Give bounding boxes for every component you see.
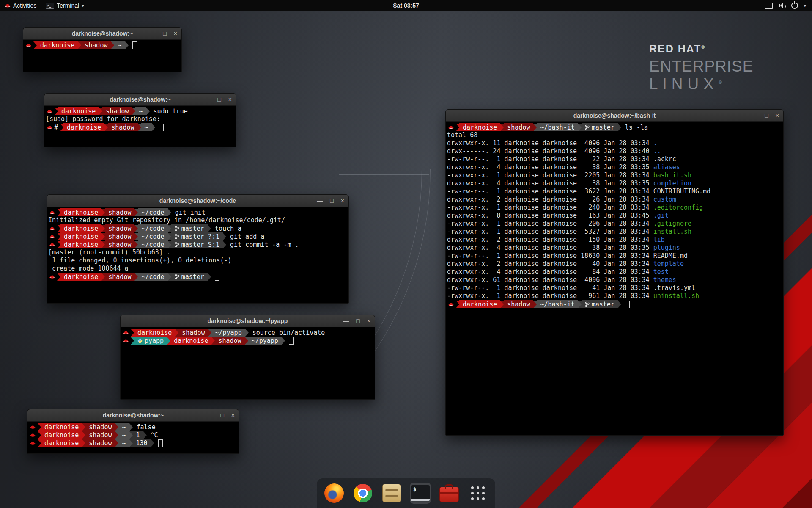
window-titlebar[interactable]: darknoise@shadow:~/bash-it — □ ×	[446, 110, 783, 122]
close-button[interactable]: ×	[228, 97, 232, 102]
output-text: drwxrwxr-x. 4 darknoise darknoise 84 Jan…	[447, 268, 653, 276]
terminal-content[interactable]: darknoiseshadow~ sudo true[sudo] passwor…	[44, 106, 236, 147]
powerline-separator	[102, 241, 105, 248]
maximize-button[interactable]: □	[217, 97, 221, 102]
maximize-button[interactable]: □	[765, 113, 768, 119]
terminal-window-6[interactable]: darknoise@shadow:~/bash-it — □ × darknoi…	[445, 109, 784, 436]
close-button[interactable]: ×	[341, 198, 344, 204]
window-titlebar[interactable]: darknoise@shadow:~/pyapp — □ ×	[121, 315, 375, 327]
prompt-segment: master S:1	[171, 240, 223, 248]
prompt-segment: darknoise	[60, 240, 102, 248]
prompt-icon-cell	[447, 300, 456, 308]
terminal-window-2[interactable]: darknoise@shadow:~ — □ × darknoiseshadow…	[44, 93, 236, 147]
prompt-line: darknoiseshadow~/codemaster	[48, 273, 348, 281]
prompt-segment: darknoise	[60, 232, 102, 240]
powerline-separator	[168, 233, 171, 240]
powerline-separator	[245, 337, 248, 345]
terminal-content[interactable]: darknoiseshadow~ falsedarknoiseshadow~1 …	[27, 422, 239, 453]
output-text: drwxrwxr-x. 11 darknoise darknoise 4096 …	[447, 139, 653, 147]
command-text: false	[133, 423, 156, 431]
terminal-window-4[interactable]: darknoise@shadow:~/pyapp — □ × darknoise…	[120, 315, 375, 400]
terminal-content[interactable]: darknoiseshadow~/code git initInitialize…	[47, 207, 348, 303]
terminal-content[interactable]: darknoiseshadow~/pyapp source bin/activa…	[121, 327, 375, 399]
rhel-logo: RED HAT® ENTERPRISE LINUX®	[649, 44, 753, 92]
output-text: -rw-rw-r--. 1 darknoise darknoise 22 Jan…	[447, 155, 653, 163]
minimize-button[interactable]: —	[204, 97, 210, 102]
dock-item-terminal[interactable]: $	[410, 483, 431, 504]
redhat-icon	[30, 441, 36, 445]
directory-name: .	[653, 139, 657, 147]
minimize-button[interactable]: —	[150, 30, 156, 36]
powerline-separator	[57, 225, 60, 232]
prompt-segment: shadow	[85, 423, 115, 431]
branch-icon	[175, 226, 179, 232]
minimize-button[interactable]: —	[317, 198, 323, 204]
window-titlebar[interactable]: darknoise@shadow:~ — □ ×	[23, 28, 181, 40]
powerline-separator	[111, 41, 114, 49]
dock-item-files[interactable]	[381, 483, 402, 504]
terminal-window-5[interactable]: darknoise@shadow:~ — □ × darknoiseshadow…	[27, 409, 239, 454]
dock-item-show-apps[interactable]	[467, 483, 488, 504]
powerline-separator	[245, 329, 249, 337]
powerline-separator	[82, 423, 85, 431]
output-text: [master (root-commit) 50bcb63] .	[48, 248, 170, 256]
prompt-segment: shadow	[102, 107, 132, 115]
chevron-down-icon: ▾	[804, 3, 806, 8]
dock-item-software[interactable]	[439, 483, 460, 504]
prompt-segment: 130	[133, 439, 151, 447]
terminal-window-3[interactable]: darknoise@shadow:~/code — □ × darknoises…	[47, 194, 349, 304]
command-text: git add a	[226, 233, 264, 240]
command-text: git init	[171, 209, 206, 216]
close-button[interactable]: ×	[174, 30, 177, 36]
minimize-button[interactable]: —	[752, 113, 757, 119]
activities-button[interactable]: Activities	[0, 0, 41, 11]
directory-name: aliases	[653, 163, 680, 171]
close-button[interactable]: ×	[367, 318, 370, 324]
dock: $	[317, 478, 495, 508]
clock[interactable]: Sat 03:57	[393, 2, 419, 9]
terminal-window-1[interactable]: darknoise@shadow:~ — □ × darknoiseshadow…	[23, 27, 182, 72]
redhat-icon	[49, 274, 55, 279]
minimize-button[interactable]: —	[207, 412, 213, 418]
powerline-separator	[208, 329, 211, 337]
command-text: source bin/activate	[249, 329, 325, 337]
dock-item-firefox[interactable]	[324, 483, 345, 504]
powerline-separator	[129, 439, 133, 447]
prompt-line: darknoiseshadow~/bash-itmaster	[447, 300, 783, 308]
close-button[interactable]: ×	[776, 113, 779, 119]
output-line: drwxrwxr-x. 2 darknoise darknoise 40 Jan…	[447, 260, 783, 268]
terminal-content[interactable]: darknoiseshadow~/bash-itmaster ls -latot…	[446, 122, 783, 435]
powerline-separator	[57, 241, 60, 248]
powerline-separator	[134, 225, 138, 232]
output-text: total 68	[447, 131, 477, 139]
redhat-icon	[123, 338, 129, 343]
window-titlebar[interactable]: darknoise@shadow:~ — □ ×	[27, 409, 239, 422]
window-titlebar[interactable]: darknoise@shadow:~/code — □ ×	[47, 195, 348, 207]
window-titlebar[interactable]: darknoise@shadow:~ — □ ×	[44, 94, 236, 106]
powerline-separator	[168, 209, 171, 216]
maximize-button[interactable]: □	[330, 198, 333, 204]
system-status-area[interactable]: ▾	[760, 0, 810, 11]
maximize-button[interactable]: □	[220, 412, 224, 418]
terminal-content[interactable]: darknoiseshadow~	[23, 40, 181, 72]
redhat-icon	[47, 109, 52, 113]
dock-item-chrome[interactable]	[352, 483, 373, 504]
powerline-separator	[131, 329, 134, 337]
prompt-segment: darknoise	[41, 431, 82, 439]
output-line: [sudo] password for darknoise:	[46, 115, 236, 123]
app-menu[interactable]: >_ Terminal ▾	[41, 0, 88, 11]
prompt-segment: shadow	[105, 240, 134, 248]
powerline-separator	[456, 124, 459, 131]
powerline-separator	[168, 241, 171, 248]
maximize-button[interactable]: □	[163, 30, 166, 36]
minimize-button[interactable]: —	[343, 318, 349, 324]
window-title: darknoise@shadow:~	[110, 96, 171, 103]
powerline-separator	[132, 108, 135, 115]
directory-name: .git	[653, 212, 669, 219]
close-button[interactable]: ×	[231, 412, 235, 418]
prompt-line: darknoiseshadow~130	[29, 439, 239, 447]
branch-icon	[585, 301, 590, 307]
maximize-button[interactable]: □	[356, 318, 359, 324]
logo-enterprise-text: ENTERPRISE	[649, 58, 753, 74]
prompt-icon-cell	[48, 273, 57, 281]
